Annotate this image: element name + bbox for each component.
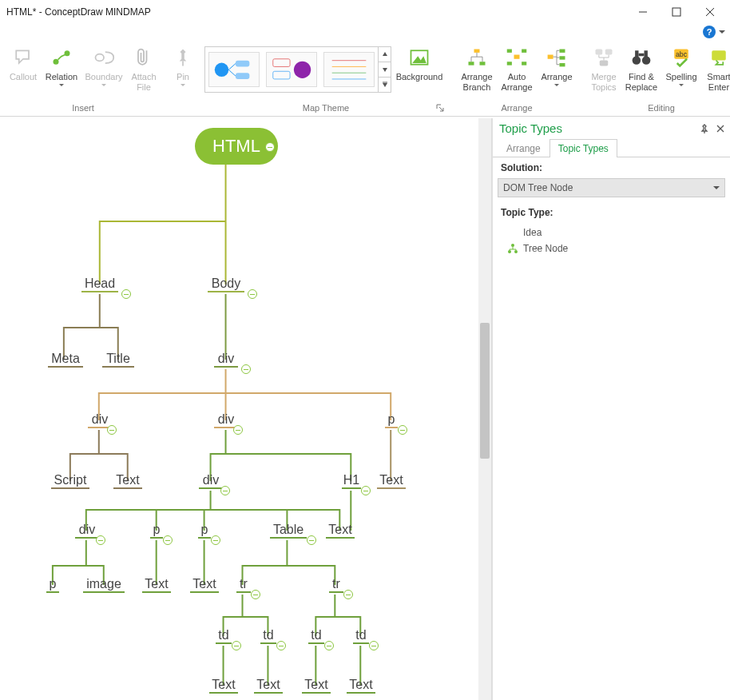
node-td-2[interactable]: td bbox=[260, 628, 276, 644]
node-title[interactable]: Title bbox=[102, 352, 134, 368]
toggle-td-4[interactable] bbox=[369, 641, 379, 650]
toggle-tr-1[interactable] bbox=[251, 590, 260, 599]
toggle-div-4a[interactable] bbox=[107, 425, 117, 435]
node-p-7[interactable]: p bbox=[46, 577, 59, 593]
toggle-p-6b[interactable] bbox=[211, 535, 220, 545]
node-script[interactable]: Script bbox=[51, 473, 89, 489]
node-meta[interactable]: Meta bbox=[48, 352, 83, 368]
toggle-head[interactable] bbox=[121, 289, 131, 299]
theme-thumb-1[interactable] bbox=[208, 52, 260, 87]
panel-close-icon[interactable] bbox=[714, 122, 727, 135]
spellcheck-icon: abc bbox=[669, 45, 694, 70]
minimize-button[interactable] bbox=[626, 1, 660, 23]
node-image[interactable]: image bbox=[83, 577, 125, 593]
canvas[interactable]: HTML Head Body Meta Title div div div p … bbox=[0, 118, 491, 700]
toggle-tr-2[interactable] bbox=[343, 590, 353, 599]
svg-point-52 bbox=[511, 244, 514, 247]
toggle-table[interactable] bbox=[307, 535, 316, 545]
merge-topics-button[interactable]: Merge Topics bbox=[586, 42, 621, 92]
node-p-6b[interactable]: p bbox=[198, 523, 211, 539]
node-script-label: Script bbox=[54, 473, 87, 487]
help-dropdown-icon[interactable] bbox=[719, 30, 725, 34]
node-table[interactable]: Table bbox=[270, 523, 307, 539]
toggle-p-6a[interactable] bbox=[163, 535, 173, 545]
toggle-td-1[interactable] bbox=[232, 641, 241, 650]
node-div-6[interactable]: div bbox=[75, 523, 99, 539]
node-p-6a[interactable]: p bbox=[150, 523, 163, 539]
spin-up-icon[interactable] bbox=[379, 47, 391, 62]
solution-dropdown[interactable]: DOM Tree Node bbox=[498, 178, 725, 197]
theme-gallery[interactable] bbox=[204, 46, 391, 93]
relation-icon bbox=[49, 45, 74, 70]
theme-gallery-spinner[interactable] bbox=[378, 47, 391, 92]
node-text-5a[interactable]: Text bbox=[113, 473, 142, 489]
node-td-1[interactable]: td bbox=[216, 628, 232, 644]
auto-arrange-button[interactable]: Auto Arrange bbox=[497, 42, 537, 92]
svg-rect-10 bbox=[236, 73, 249, 79]
scrollbar-thumb[interactable] bbox=[480, 323, 490, 459]
node-h1[interactable]: H1 bbox=[342, 473, 361, 489]
toggle-h1[interactable] bbox=[361, 486, 371, 495]
node-text-td4[interactable]: Text bbox=[347, 678, 375, 694]
pin-button[interactable]: Pin bbox=[168, 42, 198, 86]
pin-drop-icon bbox=[181, 84, 185, 86]
node-tr-2[interactable]: tr bbox=[329, 577, 343, 593]
merge-icon bbox=[591, 45, 617, 70]
toggle-div-6[interactable] bbox=[96, 535, 105, 545]
node-text-6-label: Text bbox=[328, 523, 351, 536]
arrange-button[interactable]: Arrange bbox=[537, 42, 577, 86]
toggle-div-1[interactable] bbox=[241, 364, 251, 374]
spelling-button[interactable]: abc Spelling bbox=[661, 42, 701, 86]
theme-launcher[interactable] bbox=[436, 104, 446, 113]
boundary-button[interactable]: Boundary bbox=[81, 42, 126, 86]
node-text-5b[interactable]: Text bbox=[377, 473, 406, 489]
arrange-branch-button[interactable]: Arrange Branch bbox=[457, 42, 497, 92]
node-tr-1[interactable]: tr bbox=[236, 577, 251, 593]
find-replace-button[interactable]: Find & Replace bbox=[621, 42, 661, 92]
maximize-button[interactable] bbox=[660, 1, 693, 23]
tab-arrange[interactable]: Arrange bbox=[498, 139, 549, 157]
node-text-td2[interactable]: Text bbox=[254, 678, 283, 694]
node-div-5[interactable]: div bbox=[199, 473, 223, 489]
theme-thumb-3[interactable] bbox=[323, 52, 375, 87]
help-icon[interactable]: ? bbox=[703, 26, 716, 38]
relation-button[interactable]: Relation bbox=[42, 42, 81, 86]
attach-button[interactable]: Attach File bbox=[126, 42, 161, 92]
panel-pin-icon[interactable] bbox=[698, 122, 711, 135]
theme-thumb-2[interactable] bbox=[266, 52, 317, 87]
tab-topic-types[interactable]: Topic Types bbox=[549, 139, 617, 157]
callout-button[interactable]: Callout bbox=[5, 42, 42, 82]
svg-rect-28 bbox=[480, 62, 486, 65]
vertical-scrollbar[interactable] bbox=[478, 118, 491, 700]
toggle-p-4[interactable] bbox=[398, 425, 407, 435]
type-item-idea[interactable]: Idea bbox=[493, 225, 730, 241]
close-button[interactable] bbox=[693, 1, 727, 23]
node-td-4[interactable]: td bbox=[353, 628, 369, 644]
node-div-1[interactable]: div bbox=[214, 352, 238, 368]
toggle-div-5[interactable] bbox=[220, 486, 230, 495]
toggle-root[interactable] bbox=[265, 142, 275, 152]
node-text-7b[interactable]: Text bbox=[190, 577, 219, 593]
node-text-td1[interactable]: Text bbox=[209, 678, 238, 694]
node-text-6[interactable]: Text bbox=[326, 523, 355, 539]
node-p-4[interactable]: p bbox=[385, 412, 398, 428]
background-button[interactable]: Background bbox=[391, 42, 447, 82]
svg-point-8 bbox=[215, 62, 228, 76]
merge-label: Merge Topics bbox=[589, 72, 618, 92]
toggle-td-2[interactable] bbox=[276, 641, 286, 650]
node-body[interactable]: Body bbox=[208, 276, 244, 292]
toggle-div-4b[interactable] bbox=[233, 425, 243, 435]
node-text-7a[interactable]: Text bbox=[142, 577, 171, 593]
node-text-td3[interactable]: Text bbox=[302, 678, 331, 694]
toggle-td-3[interactable] bbox=[324, 641, 334, 650]
node-title-label: Title bbox=[106, 352, 130, 365]
node-head[interactable]: Head bbox=[81, 276, 118, 292]
node-p-4-label: p bbox=[388, 412, 395, 426]
spin-expand-icon[interactable] bbox=[379, 78, 391, 92]
smart-enter-button[interactable]: Smart Enter bbox=[701, 42, 730, 92]
toggle-body[interactable] bbox=[248, 289, 257, 299]
node-td-2-label: td bbox=[263, 628, 273, 642]
spin-down-icon[interactable] bbox=[379, 62, 391, 78]
type-item-treenode[interactable]: Tree Node bbox=[493, 241, 730, 257]
node-td-3[interactable]: td bbox=[308, 628, 324, 644]
